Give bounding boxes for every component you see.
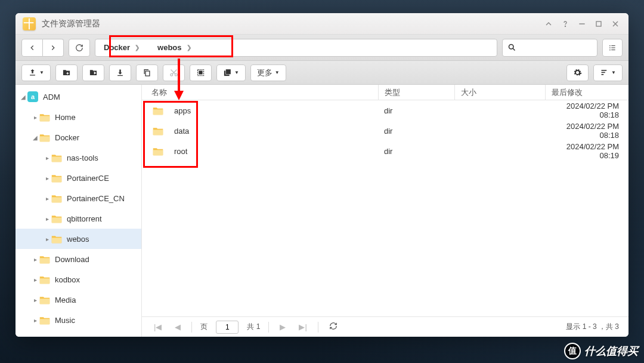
more-button[interactable]: 更多 ▼ xyxy=(250,64,286,81)
minimize-button[interactable] xyxy=(574,16,590,32)
page-prev-button[interactable]: ◀ xyxy=(172,322,183,331)
tree-toggle-icon[interactable]: ▸ xyxy=(43,174,51,182)
sort-button[interactable]: ▼ xyxy=(593,64,623,81)
download-button[interactable] xyxy=(109,64,131,81)
new-folder-shared-button[interactable] xyxy=(82,64,104,81)
page-last-button[interactable]: ▶| xyxy=(296,322,309,331)
tree-toggle-icon[interactable]: ▸ xyxy=(31,275,39,284)
page-refresh-button[interactable] xyxy=(327,322,340,332)
toolbar: ▼ ▼ 更多 ▼ xyxy=(16,61,628,85)
content-area: ◢aADM▸Home◢Docker▸nas-tools▸PortainerCE▸… xyxy=(16,85,628,337)
tree-toggle-icon[interactable]: ▸ xyxy=(31,113,39,121)
column-date[interactable]: 最后修改 xyxy=(545,85,628,100)
tree-toggle-icon[interactable]: ▸ xyxy=(31,255,39,263)
refresh-button[interactable] xyxy=(69,39,90,57)
tree-item-docker[interactable]: ◢Docker xyxy=(16,127,141,147)
tree-label: Home xyxy=(55,113,76,122)
tree-toggle-icon[interactable]: ◢ xyxy=(19,93,27,101)
cut-button[interactable] xyxy=(163,64,185,81)
tree-item-download[interactable]: ▸Download xyxy=(16,249,141,269)
folder-icon xyxy=(39,255,50,264)
tree-toggle-icon[interactable]: ▸ xyxy=(43,194,51,202)
folder-icon xyxy=(153,127,163,136)
file-type: dir xyxy=(378,141,454,161)
tree-item-music[interactable]: ▸Music xyxy=(16,310,141,330)
file-row[interactable]: rootdir2024/02/22 PM 08:19 xyxy=(142,141,628,161)
tree-label: Music xyxy=(55,316,75,325)
search-icon xyxy=(507,43,516,52)
svg-rect-25 xyxy=(602,70,607,71)
file-size xyxy=(454,141,545,161)
tree-item-kodbox[interactable]: ▸kodbox xyxy=(16,269,141,290)
svg-rect-2 xyxy=(596,21,601,26)
collapse-button[interactable] xyxy=(540,16,557,32)
file-name: root xyxy=(174,147,187,156)
svg-point-7 xyxy=(609,45,611,46)
tree-item-portainerce_cn[interactable]: ▸PortainerCE_CN xyxy=(16,188,141,208)
page-total: 共 1 xyxy=(247,322,260,332)
tree-toggle-icon[interactable]: ▸ xyxy=(43,235,51,243)
tree-label: Docker xyxy=(55,133,79,142)
tree-item-qbittorrent[interactable]: ▸qbittorrent xyxy=(16,208,141,229)
file-row[interactable]: appsdir2024/02/22 PM 08:18 xyxy=(142,100,628,121)
page-next-button[interactable]: ▶ xyxy=(277,322,288,331)
column-type[interactable]: 类型 xyxy=(378,85,454,100)
tree-item-webos[interactable]: ▸webos xyxy=(16,229,141,249)
breadcrumb[interactable]: Docker ❯ webos ❯ xyxy=(95,39,497,57)
maximize-button[interactable] xyxy=(590,16,607,32)
new-folder-button[interactable] xyxy=(55,64,78,81)
file-row[interactable]: datadir2024/02/22 PM 08:18 xyxy=(142,121,628,141)
view-list-button[interactable] xyxy=(602,39,623,57)
tree-item-home[interactable]: ▸Home xyxy=(16,107,141,127)
folder-icon xyxy=(51,153,62,162)
folder-icon xyxy=(39,316,50,325)
folder-icon xyxy=(51,214,62,223)
caret-down-icon: ▼ xyxy=(39,70,44,75)
tree-item-nas-tools[interactable]: ▸nas-tools xyxy=(16,147,141,168)
forward-button[interactable] xyxy=(43,39,64,57)
tree-root[interactable]: ◢aADM xyxy=(16,87,141,107)
breadcrumb-item-webos[interactable]: webos ❯ xyxy=(157,43,191,52)
search-input[interactable] xyxy=(502,39,597,57)
file-type: dir xyxy=(378,100,454,121)
tree-label: nas-tools xyxy=(67,153,98,162)
tree-item-media[interactable]: ▸Media xyxy=(16,290,141,310)
close-button[interactable] xyxy=(607,16,624,32)
folder-icon xyxy=(39,113,50,122)
properties-button[interactable]: ▼ xyxy=(216,64,246,81)
svg-rect-26 xyxy=(602,72,605,73)
help-button[interactable] xyxy=(557,16,574,32)
folder-icon xyxy=(153,147,163,156)
tree-item-portainerce[interactable]: ▸PortainerCE xyxy=(16,168,141,188)
column-name[interactable]: 名称 xyxy=(142,87,378,98)
page-label: 页 xyxy=(200,322,208,332)
tree-label: kodbox xyxy=(55,275,80,284)
breadcrumb-item-docker[interactable]: Docker ❯ xyxy=(104,43,140,52)
tree-toggle-icon[interactable]: ◢ xyxy=(31,133,39,141)
file-size xyxy=(454,100,545,121)
tree-item-plex[interactable]: ▸Plex xyxy=(16,330,141,337)
titlebar: 文件资源管理器 xyxy=(16,13,628,35)
column-size[interactable]: 大小 xyxy=(454,85,545,100)
file-manager-window: 文件资源管理器 Docker xyxy=(16,13,628,337)
page-first-button[interactable]: |◀ xyxy=(151,322,164,331)
copy-button[interactable] xyxy=(136,64,158,81)
file-name: apps xyxy=(174,106,191,115)
tree-toggle-icon[interactable]: ▸ xyxy=(43,153,51,162)
navbar: Docker ❯ webos ❯ xyxy=(16,35,628,61)
svg-rect-12 xyxy=(611,49,615,50)
tree-label: PortainerCE_CN xyxy=(67,194,125,203)
back-button[interactable] xyxy=(21,39,43,57)
tree-toggle-icon[interactable]: ▸ xyxy=(43,214,51,223)
svg-point-11 xyxy=(609,49,611,50)
settings-button[interactable] xyxy=(566,64,589,81)
upload-button[interactable]: ▼ xyxy=(21,64,51,81)
tree-toggle-icon[interactable]: ▸ xyxy=(31,336,39,337)
tree-toggle-icon[interactable]: ▸ xyxy=(31,296,39,304)
caret-down-icon: ▼ xyxy=(234,70,239,75)
tree-toggle-icon[interactable]: ▸ xyxy=(31,316,39,324)
page-input[interactable] xyxy=(216,321,239,334)
tree-label: PortainerCE xyxy=(67,174,109,183)
select-all-button[interactable] xyxy=(190,64,212,81)
tree-label: webos xyxy=(67,235,89,244)
